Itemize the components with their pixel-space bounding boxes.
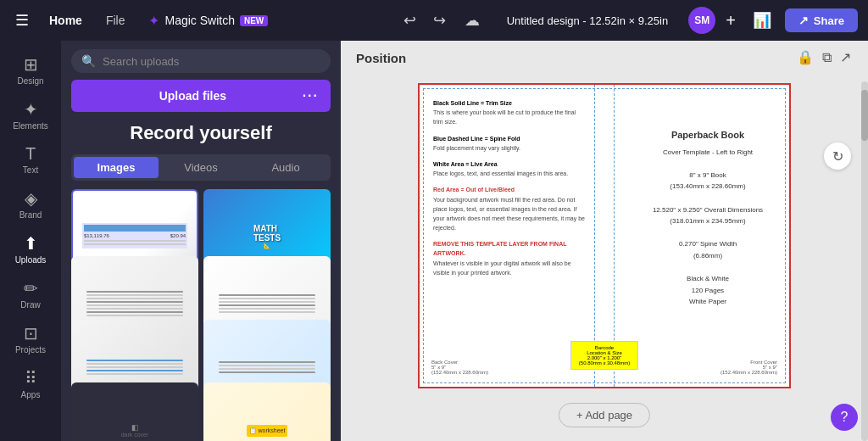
spine-mm: (6.86mm) [640,250,776,262]
book-dims: 12.520" x 9.250" Overall Dimensions [640,204,776,216]
sidebar-item-projects[interactable]: ⊡ Projects [0,316,61,361]
sidebar-label-draw: Draw [20,300,40,310]
add-page-label: + Add page [576,409,632,421]
help-button[interactable]: ? [831,404,858,431]
sidebar-label-uploads: Uploads [15,255,47,265]
sidebar-item-brand[interactable]: ◈ Brand [0,181,61,226]
upload-panel: 🔍 Upload files ··· Record yourself Image… [61,41,341,441]
sidebar-label-elements: Elements [13,121,48,131]
back-cover-label: Back Cover 5" x 9" (152.40mm x 228.60mm) [431,360,488,375]
main-area: ⊞ Design ✦ Elements T Text ◈ Brand ⬆ Upl… [0,41,868,441]
book-right-text: Paperback Book Cover Template - Left to … [640,127,776,308]
upload-btn-label: Upload files [83,89,303,103]
icon-sidebar: ⊞ Design ✦ Elements T Text ◈ Brand ⬆ Upl… [0,41,61,441]
book-left-text: Black Solid Line = Trim SizeThis is wher… [433,98,586,284]
nav-magic-switch[interactable]: ✦ Magic Switch NEW [140,9,276,32]
barcode-text: Barcode Location & Size 2.000" x 1.200" … [575,345,634,366]
sidebar-item-elements[interactable]: ✦ Elements [0,92,61,137]
search-bar: 🔍 [71,49,331,73]
book-dims-mm: (318.01mm x 234.95mm) [640,215,776,227]
book-size: 8" x 9" Book [640,170,776,181]
image-grid: $13,119.76$20.94 MATHTESTS 📐 [61,189,341,441]
sidebar-label-projects: Projects [15,345,46,354]
add-collaborator-icon[interactable]: + [722,11,739,31]
share-button[interactable]: ↗ Share [785,8,858,32]
front-cover-label: Front Cover 5" x 9" (152.40mm x 228.60mm… [721,360,777,375]
upload-files-button[interactable]: Upload files ··· [71,80,331,112]
position-label: Position [356,51,406,65]
book-subtitle: Cover Template - Left to Right [640,147,776,159]
avatar[interactable]: SM [688,7,715,34]
book-title: Paperback Book [640,127,776,143]
sidebar-label-text: Text [23,165,38,175]
hamburger-icon[interactable]: ☰ [10,8,34,33]
design-title: Untitled design - 12.52in × 9.25in [493,14,682,27]
image-cell-7[interactable]: ◧ dark cover [71,382,198,441]
barcode: Barcode Location & Size 2.000" x 1.200" … [570,341,638,370]
sidebar-item-apps[interactable]: ⠿ Apps [0,361,61,406]
new-badge: NEW [240,15,268,26]
tab-images[interactable]: Images [74,157,159,178]
scrollbar-thumb[interactable] [861,90,868,141]
book-canvas: Black Solid Line = Trim SizeThis is wher… [418,83,791,388]
text-icon: T [25,144,36,164]
sidebar-label-brand: Brand [19,210,42,220]
expand-icon[interactable]: ↗ [840,49,851,65]
design-icon: ⊞ [24,54,38,75]
record-yourself-label: Record yourself [61,119,341,154]
elements-icon: ✦ [24,99,38,120]
share-icon: ↗ [798,14,809,27]
media-tabs: Images Videos Audio [71,154,331,181]
canvas-toolbar-right: 🔒 ⧉ ↗ [797,49,851,65]
draw-icon: ✏ [24,278,38,299]
sidebar-item-uploads[interactable]: ⬆ Uploads [0,226,61,271]
nav-file[interactable]: File [97,10,134,31]
book-size-mm: (153.40mm x 228.60mm) [640,181,776,193]
sidebar-label-apps: Apps [21,390,41,399]
canvas-scrollbar[interactable] [861,81,868,441]
sidebar-item-draw[interactable]: ✏ Draw [0,271,61,316]
search-icon: 🔍 [81,54,96,68]
brand-icon: ◈ [25,188,37,209]
spine-width: 0.270" Spine Width [640,238,776,250]
cloud-icon[interactable]: ☁ [458,8,487,33]
add-page-button[interactable]: + Add page [559,403,650,427]
sidebar-item-design[interactable]: ⊞ Design [0,47,61,92]
magic-icon: ✦ [148,13,159,29]
selection-arrow [197,232,198,242]
copy-icon[interactable]: ⧉ [822,50,832,65]
canvas-area: Position 🔒 ⧉ ↗ ↻ Black Solid Line = Trim… [341,41,868,441]
book-details: Black & White 120 Pages White Paper [640,273,776,308]
image-cell-8[interactable]: 📋 worksheet [203,382,331,441]
tab-audio[interactable]: Audio [243,157,328,178]
tab-videos[interactable]: Videos [159,157,243,178]
projects-icon: ⊡ [24,323,38,343]
refresh-button[interactable]: ↻ [824,142,851,170]
navbar: ☰ Home File ✦ Magic Switch NEW ↩ ↪ ☁ Unt… [0,0,868,41]
search-input[interactable] [103,55,320,68]
sidebar-item-text[interactable]: T Text [0,137,61,181]
uploads-icon: ⬆ [24,233,38,254]
undo-icon[interactable]: ↩ [398,8,421,33]
magic-switch-label: Magic Switch [164,14,234,27]
nav-home[interactable]: Home [41,10,91,31]
redo-icon[interactable]: ↪ [428,8,451,33]
lock-icon[interactable]: 🔒 [797,49,814,65]
sidebar-label-design: Design [17,76,43,86]
upload-more-icon[interactable]: ··· [303,88,319,103]
stats-icon[interactable]: 📊 [746,8,778,33]
apps-icon: ⠿ [25,368,37,388]
